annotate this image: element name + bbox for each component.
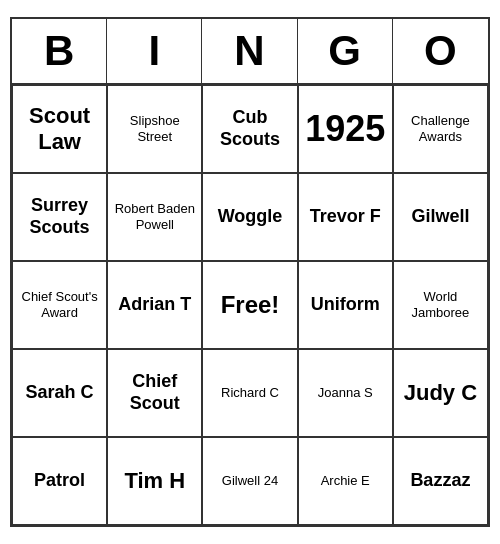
bingo-cell: Adrian T: [107, 261, 202, 349]
header-letter: O: [393, 19, 488, 83]
header-letter: G: [298, 19, 393, 83]
bingo-cell: Scout Law: [12, 85, 107, 173]
bingo-cell: Gilwell: [393, 173, 488, 261]
bingo-cell: Chief Scout: [107, 349, 202, 437]
bingo-cell: Joanna S: [298, 349, 393, 437]
bingo-card: BINGO Scout LawSlipshoe StreetCub Scouts…: [10, 17, 490, 527]
bingo-cell: Sarah C: [12, 349, 107, 437]
bingo-cell: Richard C: [202, 349, 297, 437]
bingo-cell: Uniform: [298, 261, 393, 349]
bingo-cell: 1925: [298, 85, 393, 173]
bingo-cell: Archie E: [298, 437, 393, 525]
bingo-cell: Challenge Awards: [393, 85, 488, 173]
bingo-cell: Surrey Scouts: [12, 173, 107, 261]
header-letter: N: [202, 19, 297, 83]
header-letter: I: [107, 19, 202, 83]
bingo-cell: Patrol: [12, 437, 107, 525]
bingo-cell: Robert Baden Powell: [107, 173, 202, 261]
bingo-cell: World Jamboree: [393, 261, 488, 349]
bingo-cell: Woggle: [202, 173, 297, 261]
bingo-cell: Judy C: [393, 349, 488, 437]
bingo-cell: Cub Scouts: [202, 85, 297, 173]
bingo-cell: Gilwell 24: [202, 437, 297, 525]
bingo-cell: Chief Scout's Award: [12, 261, 107, 349]
bingo-cell: Tim H: [107, 437, 202, 525]
bingo-cell: Trevor F: [298, 173, 393, 261]
bingo-header: BINGO: [12, 19, 488, 85]
bingo-grid: Scout LawSlipshoe StreetCub Scouts1925Ch…: [12, 85, 488, 525]
bingo-cell: Free!: [202, 261, 297, 349]
bingo-cell: Bazzaz: [393, 437, 488, 525]
header-letter: B: [12, 19, 107, 83]
bingo-cell: Slipshoe Street: [107, 85, 202, 173]
